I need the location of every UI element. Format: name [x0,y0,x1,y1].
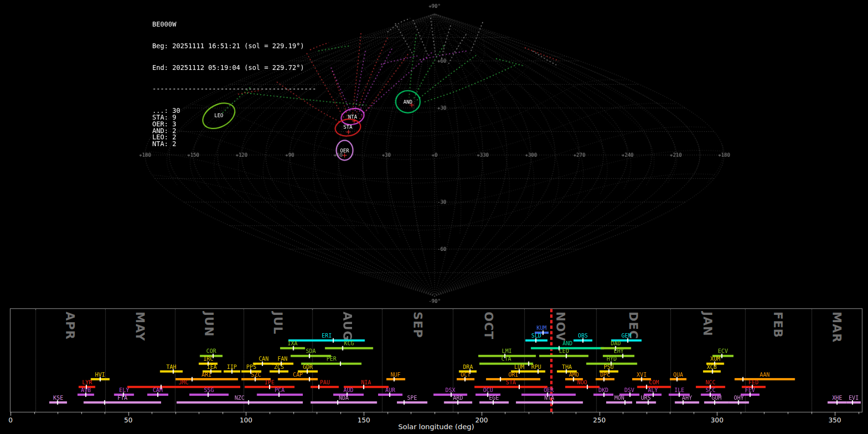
x-tick-minor [57,412,58,414]
x-tick-major [246,412,246,416]
x-tick-minor [458,412,459,414]
shower-peak-ARI [191,377,192,381]
x-tick-minor [670,412,670,414]
shower-count-0: ...: 30 [152,108,316,114]
x-tick-minor [34,412,35,414]
shower-bar-label-OHY: OHY [734,394,744,401]
shower-bar-label-OER: OER [543,387,554,393]
x-tick-minor [693,412,694,414]
shower-peak-AMO [573,377,574,381]
x-tick-minor [529,412,529,414]
shower-peak-AAN [743,377,744,381]
shower-bar-label-STA: STA [506,379,516,385]
x-tick-minor [505,412,505,414]
shower-bar-QUA [670,378,686,380]
shower-bar-label-SCC: SCC [705,387,716,393]
x-tick-minor [105,412,105,414]
shower-peak-OCU [487,393,488,397]
shower-peak-KCG [342,346,343,350]
shower-bar-NDA [311,401,377,404]
shower-bar-label-SSG: SSG [204,387,214,393]
shower-bar-EGE [479,401,509,404]
shower-peak-CTA [528,362,529,366]
month-label-JUL: JUL [271,312,285,334]
shower-bar-SDA [291,355,331,357]
shower-peak-SLD [535,338,536,342]
shower-peak-MON [624,400,625,405]
shower-peak-EHY [622,354,623,358]
shower-bar-PAU [311,386,339,388]
radiant-label-LEO: LEO [214,113,223,118]
separator-line: ----------------------------------------… [152,86,316,93]
shower-peak-KUM [542,330,543,335]
shower-bar-label-FTA: FTA [117,394,127,401]
timeline-panel: APRMAYJUNJULAUGSEPOCTNOVDECJANFEBMAR0501… [0,308,868,434]
shower-peak-HVI [99,377,100,381]
x-tick-minor [293,412,294,414]
shower-bar-label-CAN: CAN [258,356,269,362]
shower-bar-label-NUF: NUF [391,371,401,378]
shower-peak-XVI [641,377,642,381]
shower-bar-label-TAH: TAH [166,364,176,370]
shower-bar-NUF [386,378,405,380]
shower-peak-COM [646,385,647,389]
x-tick-major [11,412,11,416]
shower-bar-MON [606,401,632,404]
shower-peak-FTA [104,400,105,405]
shower-bar-label-NZC: NZC [234,394,244,401]
shower-bar-label-GDR: GDR [303,364,313,370]
shower-bar-label-AAN: AAN [760,371,770,378]
shower-peak-EGE [493,400,494,405]
shower-bar-KCG [325,347,373,350]
month-label-AUG: AUG [340,312,354,341]
shower-peak-PER [339,362,340,366]
shower-count-1: STA: 9 [152,114,316,121]
shower-peak-URS [648,400,649,405]
shower-bar-label-NIA: NIA [361,379,371,385]
shower-peak-NIA [363,385,364,389]
x-axis-title: Solar longitude (deg) [10,422,863,431]
shower-bar-label-FED: FED [748,379,759,385]
shower-count-2: OER: 3 [152,121,316,127]
shower-peak-EVI [852,400,853,405]
shower-peak-SDA [309,354,310,358]
month-line-SEP [382,309,382,412]
shower-bar-label-URS: URS [641,394,651,401]
shower-bar-label-PCA: PCA [274,387,285,393]
shower-bar-label-AUR: AUR [385,387,395,393]
x-tick-minor [222,412,223,414]
shower-bar-label-KUM: KUM [537,325,547,331]
shower-peak-ZCS [278,369,279,374]
radiant-label-STA: STA [343,125,353,130]
month-label-MAY: MAY [134,312,147,341]
shower-bar-label-PAU: PAU [320,379,330,385]
shower-peak-SPE [403,400,404,405]
shower-bar-EVI [847,401,861,404]
x-tick-minor [152,412,152,414]
shower-peak-QUA [677,377,678,381]
shower-bar-CAP [278,378,318,380]
shower-count-4: LEO: 2 [152,134,316,141]
sky-map-canvas [0,0,868,308]
timeline-frame: APRMAYJUNJULAUGSEPOCTNOVDECJANFEBMAR0501… [10,308,863,412]
shower-peak-GDR [307,369,308,374]
shower-bar-label-SLD: SLD [531,333,542,339]
shower-peak-STA [519,385,520,389]
shower-peak-CAP [309,377,310,381]
shower-bar-KSE [49,401,67,404]
shower-bar-label-KSE: KSE [53,394,63,401]
month-label-JUN: JUN [203,312,216,337]
shower-bar-PCA [257,393,302,396]
radiant-label-OER: OER [340,148,349,153]
shower-peak-OBS [582,338,583,342]
shower-bar-label-JMC: JMC [178,379,189,385]
shower-bar-label-ARI: ARI [202,371,212,378]
shower-bar-OCT [457,378,475,380]
shower-bar-label-OCU: OCU [483,387,493,393]
x-tick-minor [434,412,435,414]
x-tick-minor [176,412,176,414]
shower-bar-label-ORI: ORI [508,371,518,378]
x-tick-minor [623,412,624,414]
shower-bar-label-SPE: SPE [407,394,417,401]
shower-bar-label-HYD: HYD [607,356,617,362]
